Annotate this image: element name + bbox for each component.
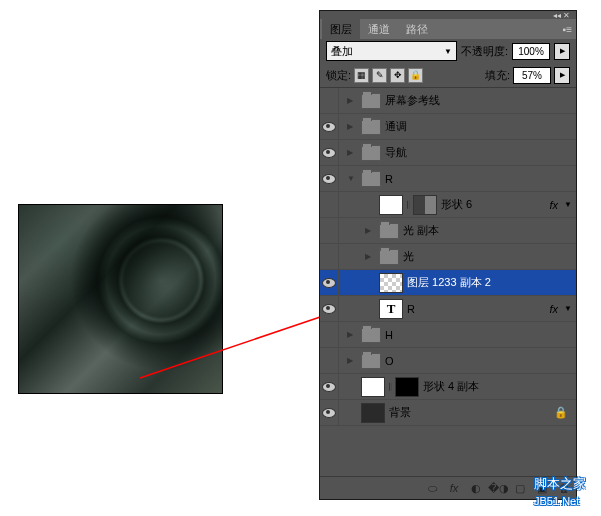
folder-icon	[361, 93, 381, 109]
mask-thumb	[395, 377, 419, 397]
layer-row[interactable]: TRfx▼	[320, 296, 576, 322]
tab-layers[interactable]: 图层	[322, 19, 360, 40]
link-icon: 𝄃	[407, 199, 409, 211]
visibility-toggle[interactable]	[320, 374, 339, 399]
visibility-toggle[interactable]	[320, 322, 339, 347]
layer-name: 通调	[385, 119, 572, 134]
tab-channels[interactable]: 通道	[360, 19, 398, 40]
watermark: 脚本之家JB51.Net	[534, 475, 586, 508]
disclosure-icon[interactable]: ▶	[365, 226, 375, 235]
layer-name: 光	[403, 249, 572, 264]
layer-name: 形状 4 副本	[423, 379, 572, 394]
layers-panel: ◂◂ ✕ 图层 通道 路径 ▪≡ 叠加 ▼ 不透明度: 100% ▶ 锁定: ▦…	[319, 10, 577, 500]
fill-input[interactable]: 57%	[513, 67, 551, 84]
lock-pixels-icon[interactable]: ✎	[372, 68, 387, 83]
eye-icon	[322, 174, 336, 184]
eye-icon	[322, 278, 336, 288]
eye-icon	[322, 382, 336, 392]
folder-icon	[361, 327, 381, 343]
chevron-down-icon: ▼	[444, 47, 452, 56]
layer-row[interactable]: ▼R	[320, 166, 576, 192]
disclosure-icon[interactable]: ▶	[347, 148, 357, 157]
lock-transparency-icon[interactable]: ▦	[354, 68, 369, 83]
disclosure-icon[interactable]: ▼	[347, 174, 357, 183]
layer-name: 导航	[385, 145, 572, 160]
layer-name: 图层 1233 副本 2	[407, 275, 572, 290]
visibility-toggle[interactable]	[320, 140, 339, 165]
blend-mode-value: 叠加	[331, 44, 353, 59]
disclosure-icon[interactable]: ▶	[347, 122, 357, 131]
layer-row[interactable]: 𝄃形状 4 副本	[320, 374, 576, 400]
eye-icon	[322, 122, 336, 132]
folder-icon	[361, 353, 381, 369]
adjustment-layer-icon[interactable]: �◑	[490, 481, 506, 495]
layer-name: R	[407, 303, 546, 315]
visibility-toggle[interactable]	[320, 244, 339, 269]
folder-icon	[361, 119, 381, 135]
eye-icon	[322, 408, 336, 418]
visibility-toggle[interactable]	[320, 270, 339, 295]
visibility-toggle[interactable]	[320, 218, 339, 243]
visibility-toggle[interactable]	[320, 88, 339, 113]
visibility-toggle[interactable]	[320, 166, 339, 191]
layer-row[interactable]: ▶O	[320, 348, 576, 374]
lock-label: 锁定:	[326, 68, 351, 83]
layer-row[interactable]: ▶导航	[320, 140, 576, 166]
opacity-slider-toggle[interactable]: ▶	[554, 43, 570, 60]
visibility-toggle[interactable]	[320, 114, 339, 139]
folder-icon	[361, 145, 381, 161]
panel-tabs: 图层 通道 路径 ▪≡	[320, 19, 576, 39]
folder-icon	[379, 223, 399, 239]
disclosure-icon[interactable]: ▶	[347, 330, 357, 339]
panel-menu-icon[interactable]: ▪≡	[563, 24, 572, 35]
fx-disclosure-icon[interactable]: ▼	[564, 304, 572, 313]
visibility-toggle[interactable]	[320, 192, 339, 217]
layer-name: O	[385, 355, 572, 367]
layer-thumb	[361, 377, 385, 397]
text-layer-icon: T	[379, 299, 403, 319]
layer-name: R	[385, 173, 572, 185]
eye-icon	[322, 148, 336, 158]
fill-slider-toggle[interactable]: ▶	[554, 67, 570, 84]
layer-row[interactable]: ▶通调	[320, 114, 576, 140]
layer-mask-icon[interactable]: ◐	[468, 481, 484, 495]
layer-row[interactable]: 背景🔒	[320, 400, 576, 426]
layer-row[interactable]: 𝄃形状 6fx▼	[320, 192, 576, 218]
preview-image	[18, 204, 223, 394]
opacity-input[interactable]: 100%	[512, 43, 550, 60]
layer-row[interactable]: ▶屏幕参考线	[320, 88, 576, 114]
fill-label: 填充:	[485, 68, 510, 83]
visibility-toggle[interactable]	[320, 296, 339, 321]
blend-mode-dropdown[interactable]: 叠加 ▼	[326, 41, 457, 61]
tab-paths[interactable]: 路径	[398, 19, 436, 40]
folder-icon	[379, 249, 399, 265]
lock-position-icon[interactable]: ✥	[390, 68, 405, 83]
visibility-toggle[interactable]	[320, 348, 339, 373]
eye-icon	[322, 304, 336, 314]
layer-name: 背景	[389, 405, 550, 420]
layer-thumb	[361, 403, 385, 423]
layer-name: H	[385, 329, 572, 341]
layer-thumb	[379, 195, 403, 215]
layer-row[interactable]: ▶光 副本	[320, 218, 576, 244]
fx-indicator[interactable]: fx	[550, 303, 559, 315]
lock-all-icon[interactable]: 🔒	[408, 68, 423, 83]
layer-effects-icon[interactable]: fx	[446, 481, 462, 495]
layer-thumb	[379, 273, 403, 293]
layer-row[interactable]: ▶H	[320, 322, 576, 348]
fx-indicator[interactable]: fx	[550, 199, 559, 211]
layer-row[interactable]: ▶光	[320, 244, 576, 270]
folder-icon	[361, 171, 381, 187]
mask-thumb	[413, 195, 437, 215]
link-layers-icon[interactable]: ⬭	[424, 481, 440, 495]
disclosure-icon[interactable]: ▶	[365, 252, 375, 261]
layer-name: 屏幕参考线	[385, 93, 572, 108]
layer-row[interactable]: 图层 1233 副本 2	[320, 270, 576, 296]
disclosure-icon[interactable]: ▶	[347, 356, 357, 365]
fx-disclosure-icon[interactable]: ▼	[564, 200, 572, 209]
lock-icon: 🔒	[554, 406, 568, 419]
visibility-toggle[interactable]	[320, 400, 339, 425]
disclosure-icon[interactable]: ▶	[347, 96, 357, 105]
new-group-icon[interactable]: ▢	[512, 481, 528, 495]
layer-name: 光 副本	[403, 223, 572, 238]
